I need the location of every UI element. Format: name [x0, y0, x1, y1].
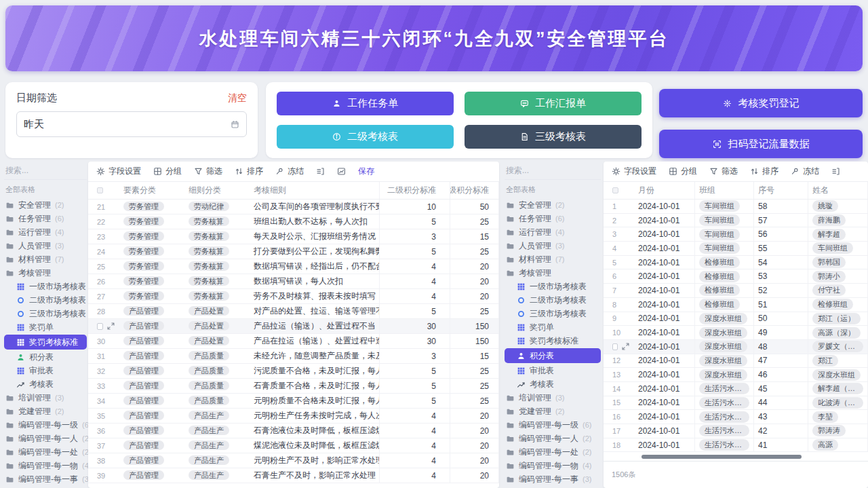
toolbar-字段设置[interactable]: 字段设置 — [612, 166, 656, 177]
table-row[interactable]: 2024-10-01深度水班组48罗媛文（深） — [604, 340, 868, 354]
table-row[interactable]: 23劳务管理劳务核算每天及时公示、汇报班组劳务情况315 — [88, 229, 499, 244]
sidebar-folder-item[interactable]: 编码管理-每一处(2) — [4, 445, 87, 459]
sidebar-folder-item[interactable]: 培训管理(3) — [4, 391, 87, 405]
sidebar-folder-item[interactable]: 任务管理(6) — [505, 212, 601, 225]
sidebar-folder-item[interactable]: 人员管理(3) — [4, 239, 87, 252]
sidebar-table-item[interactable]: 奖罚单 — [4, 320, 87, 334]
sidebar-table-item[interactable]: 审批表 — [505, 364, 601, 377]
sidebar-table-item[interactable]: 一级市场考核表 — [505, 280, 601, 293]
table-row[interactable]: 102024-10-01深度水班组49高源（深） — [604, 326, 868, 340]
table-row[interactable]: 33产品管理产品质量石膏质量不合格，未及时汇报，每人次扣525 — [88, 379, 499, 394]
table-row[interactable]: 172024-10-01生活污水处理...42郭涛涛 — [604, 424, 868, 438]
sidebar-table-item[interactable]: 奖罚单 — [505, 320, 601, 334]
toolbar-筛选[interactable]: 筛选 — [194, 166, 222, 177]
select-all-checkbox[interactable] — [97, 187, 103, 193]
sidebar-folder-item[interactable]: 运行管理(4) — [505, 225, 601, 239]
table-row[interactable]: 32产品管理产品质量污泥质量不合格，未及时汇报，每人次扣525 — [88, 364, 499, 379]
side-action-button[interactable]: 扫码登记流量数据 — [659, 130, 863, 158]
sidebar-table-item[interactable]: 积分表 — [505, 348, 601, 363]
table-row[interactable]: 27劳务管理劳务核算劳务不及时核算、报表未按时填写，每人次扣420 — [88, 289, 499, 304]
table-row[interactable]: 52024-10-01检修班组54郭韩国 — [604, 256, 868, 270]
table-row[interactable]: 26劳务管理劳务核算数据填写错误，每人次扣420 — [88, 274, 499, 289]
table-row[interactable]: 38产品管理产品生产元明粉生产不及时，影响正常水处理，每人次扣420 — [88, 453, 499, 468]
sidebar-folder-item[interactable]: 培训管理(3) — [505, 391, 601, 405]
select-all-checkbox[interactable] — [612, 187, 618, 193]
sidebar-folder-item[interactable]: 考核管理 — [4, 266, 87, 280]
table-row[interactable]: 162024-10-01生活污水处理...43李堃 — [604, 410, 868, 424]
sidebar-folder-item[interactable]: 编码管理-每一物(4) — [505, 459, 601, 472]
sidebar-folder-item[interactable]: 安全管理(2) — [505, 198, 601, 212]
table-row[interactable]: 21劳务管理劳动纪律公司及车间的各项管理制度执行不到位，每人次扣1050 — [88, 200, 499, 214]
table-row[interactable]: 32024-10-01车间班组56解李超 — [604, 227, 868, 242]
side-action-button[interactable]: 考核奖罚登记 — [659, 89, 863, 117]
toolbar-排序[interactable]: 排序 — [235, 166, 263, 177]
table-row[interactable]: 92024-10-01深度水班组50郑江（运） — [604, 312, 868, 326]
toolbar-字段设置[interactable]: 字段设置 — [96, 166, 141, 177]
quick-action-button[interactable]: 三级考核表 — [465, 125, 642, 149]
sidebar-folder-item[interactable]: 党建管理(2) — [505, 405, 601, 418]
table-row[interactable]: 28产品管理产品处置对产品的处置、拉运、输送等管理不到位，每人次扣525 — [88, 304, 499, 319]
sidebar-folder-item[interactable]: 材料管理(7) — [505, 252, 601, 266]
sidebar-table-item[interactable]: 二级市场考核表 — [4, 293, 87, 307]
table-row[interactable]: 34产品管理产品质量元明粉质量不合格未及时汇报，每人次扣525 — [88, 394, 499, 409]
sidebar-folder-item[interactable]: 编码管理-每一物(4) — [4, 459, 87, 472]
new-row-placeholder[interactable] — [88, 483, 499, 488]
sidebar-table-item[interactable]: 奖罚考核标准 — [4, 335, 87, 350]
sidebar-search[interactable]: 搜索... — [505, 162, 601, 180]
toolbar-筛选[interactable]: 筛选 — [709, 166, 738, 177]
sidebar-folder-item[interactable]: 任务管理(6) — [4, 212, 87, 225]
table-row[interactable]: 42024-10-01车间班组55车间班组 — [604, 242, 868, 256]
sidebar-table-item[interactable]: 考核表 — [505, 377, 601, 391]
toolbar-分组[interactable]: 分组 — [153, 166, 182, 177]
quick-action-button[interactable]: 工作任务单 — [277, 92, 454, 115]
toolbar-冻结[interactable]: 冻结 — [275, 166, 304, 177]
table-row[interactable]: 142024-10-01生活污水处理...45解李超（生活） — [604, 382, 868, 396]
sidebar-folder-item[interactable]: 人员管理(3) — [505, 239, 601, 252]
sidebar-table-item[interactable]: 考核表 — [4, 377, 87, 391]
toolbar-chart[interactable] — [337, 167, 346, 176]
date-range-input[interactable]: 昨天 — [16, 111, 247, 137]
sidebar-folder-item[interactable]: 编码管理-每一级(6) — [4, 418, 87, 432]
sidebar-table-item[interactable]: 审批表 — [4, 364, 87, 377]
sidebar-table-item[interactable]: 奖罚考核标准 — [505, 334, 601, 348]
table-row[interactable]: 182024-10-01生活污水处理...41高源 — [604, 438, 868, 453]
sidebar-folder-item[interactable]: 编码管理-每一处(2) — [505, 445, 601, 459]
table-row[interactable]: 132024-10-01深度水班组46深度水班组 — [604, 368, 868, 382]
table-row[interactable]: 72024-10-01检修班组52付守社 — [604, 284, 868, 298]
toolbar-保存[interactable]: 保存 — [358, 166, 374, 177]
sidebar-folder-item[interactable]: 编码管理-每一级(6) — [505, 418, 601, 432]
row-checkbox[interactable] — [97, 323, 103, 330]
table-row[interactable]: 122024-10-01深度水班组47郑江 — [604, 354, 868, 369]
sidebar-folder-item[interactable]: 编码管理-每一人(2) — [505, 432, 601, 445]
sidebar-folder-item[interactable]: 考核管理 — [505, 266, 601, 280]
table-row[interactable]: 22劳务管理劳务核算班组出勤人数不达标，每人次扣525 — [88, 214, 499, 229]
table-row[interactable]: 12024-10-01车间班组58姚璇 — [604, 200, 868, 214]
sidebar-folder-item[interactable]: 编码管理-每一事(3) — [4, 472, 87, 486]
table-row[interactable]: 37产品管理产品生产煤泥池液位未及时降低，板框压滤煤泥未及时卸，每人次扣420 — [88, 438, 499, 453]
table-row[interactable]: 31产品管理产品质量未经允许，随意调整产品质量，未及时汇报，每人次扣315 — [88, 349, 499, 364]
row-checkbox[interactable] — [612, 343, 618, 350]
sidebar-folder-item[interactable]: 材料管理(7) — [4, 252, 87, 266]
table-row[interactable]: 22024-10-01车间班组57薛海鹏 — [604, 214, 868, 228]
table-row[interactable]: 35产品管理产品生产元明粉生产任务未按时完成，每人次扣420 — [88, 409, 499, 424]
sidebar-table-item[interactable]: 二级市场考核表 — [505, 293, 601, 307]
sidebar-table-item[interactable]: 一级市场考核表 — [4, 280, 87, 293]
sidebar-table-item[interactable]: 三级市场考核表 — [4, 307, 87, 320]
toolbar-排序[interactable]: 排序 — [750, 166, 778, 177]
toolbar-分组[interactable]: 分组 — [669, 166, 697, 177]
sidebar-folder-item[interactable]: 安全管理(2) — [4, 198, 87, 212]
sidebar-table-item[interactable]: 积分表 — [4, 350, 87, 364]
toolbar-rowheight[interactable] — [831, 167, 840, 176]
table-row[interactable]: 产品管理产品处置产品拉运（输送）、处置过程不当，被公司或相关部门处罚，每人次扣3… — [88, 319, 499, 334]
sidebar-folder-item[interactable]: 运行管理(4) — [4, 225, 87, 239]
toolbar-rowheight[interactable] — [316, 167, 325, 176]
quick-action-button[interactable]: 工作汇报单 — [465, 92, 642, 115]
table-row[interactable]: 39产品管理产品生产石膏生产不及时，影响正常水处理，每人次扣420 — [88, 468, 499, 483]
clear-filter-link[interactable]: 清空 — [228, 92, 247, 105]
table-row[interactable]: 62024-10-01检修班组53郭涛小 — [604, 269, 868, 284]
toolbar-冻结[interactable]: 冻结 — [791, 166, 819, 177]
table-row[interactable]: 30产品管理产品处置产品在拉运（输送）、处置过程中造成环保事故，每人次扣3015… — [88, 334, 499, 349]
table-row[interactable]: 82024-10-01检修班组51检修班组 — [604, 298, 868, 312]
table-row[interactable]: 36产品管理产品生产石膏池液位未及时降低，板框压滤煤泥未及时卸，每人次扣420 — [88, 424, 499, 438]
quick-action-button[interactable]: 二级考核表 — [277, 125, 454, 149]
